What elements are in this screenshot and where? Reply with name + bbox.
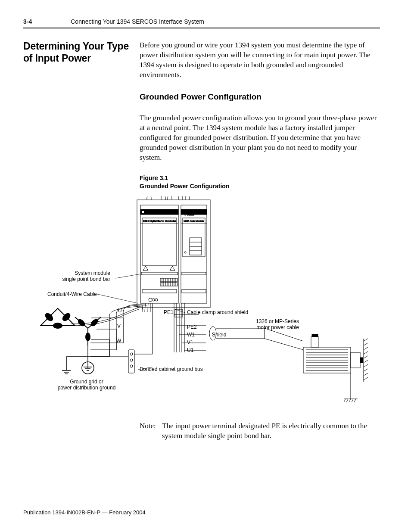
svg-line-101 [364,377,368,380]
device-model-1-text: 1394 Digital Servo Controller [143,220,176,222]
svg-line-94 [364,347,368,350]
label-ground-grid-2: power distribution ground [50,385,123,391]
svg-rect-30 [182,289,206,293]
figure-title: Grounded Power Configuration [140,182,380,190]
sub-heading: Grounded Power Configuration [140,91,380,103]
figure-diagram: Allen-Bradley 1394 Digital Servo Control… [23,196,377,412]
svg-line-92 [364,339,368,341]
label-u1: U1 [187,347,193,353]
label-w1: W1 [187,332,195,338]
svg-line-103 [96,294,138,303]
svg-point-55 [130,359,133,361]
device-brand-text: Allen-Bradley [146,211,161,213]
svg-rect-72 [360,358,363,363]
svg-rect-71 [351,352,360,368]
svg-point-32 [152,299,155,301]
device-model-2-text: 1394 Axis Module [184,220,204,222]
svg-rect-29 [182,272,206,275]
grounded-paragraph: The grounded power configuration allows … [140,113,380,163]
status-text: Status [187,213,194,216]
svg-line-93 [364,343,368,345]
label-w: W [116,338,121,344]
svg-rect-82 [311,337,319,347]
svg-line-96 [364,356,368,358]
svg-line-88 [349,399,351,402]
label-system-module-1: System module [62,271,110,277]
svg-line-90 [354,399,356,402]
svg-point-56 [130,365,133,367]
svg-line-102 [115,274,140,278]
label-v1: V1 [187,339,193,345]
svg-point-54 [130,353,133,355]
header-rule [23,28,380,28]
svg-rect-0 [137,200,210,308]
svg-point-33 [155,299,158,301]
label-bonded-bus: Bonded cabinet ground bus [140,366,203,372]
svg-point-24 [184,252,186,253]
label-pe2: PE2 [187,324,197,330]
svg-line-87 [346,399,348,402]
svg-line-95 [364,352,368,354]
svg-line-100 [364,373,368,376]
label-system-module-2: single point bond bar [62,277,110,283]
note-label: Note: [140,421,162,441]
svg-point-36 [53,323,62,328]
page-number: 3-4 [23,18,32,25]
label-motor-cable-2: motor power cable [256,325,299,331]
figure-number: Figure 3.1 [140,174,380,182]
svg-point-42 [86,333,90,341]
svg-point-31 [149,298,152,302]
label-motor-cable-1: 1326 or MP-Series [256,319,299,325]
svg-line-98 [364,364,368,367]
svg-point-41 [90,318,99,327]
svg-line-99 [364,369,368,371]
publication-footer: Publication 1394-IN002B-EN-P — February … [23,509,146,516]
intro-paragraph: Before you ground or wire your 1394 syst… [140,40,380,80]
side-heading: Determining Your Type of Input Power [23,40,131,195]
svg-point-3 [142,211,144,213]
label-ground-grid-1: Ground grid or [50,379,123,385]
running-title: Connecting Your 1394 SERCOS Interface Sy… [71,18,204,25]
label-shield: Shield [212,332,226,338]
svg-line-89 [352,399,353,402]
label-cable-clamp: Cable clamp around shield [187,309,248,315]
svg-line-86 [344,399,346,402]
label-pe1: PE1 [164,309,174,315]
svg-rect-4 [142,218,177,265]
svg-rect-6 [141,272,177,275]
label-u: U [118,308,122,314]
svg-rect-83 [312,334,318,337]
note-text: The input power terminal designated PE i… [162,421,380,441]
svg-rect-18 [142,289,177,293]
label-conduit: Conduit/4-Wire Cable [47,291,97,297]
svg-line-97 [364,360,368,363]
label-v: V [117,323,121,329]
